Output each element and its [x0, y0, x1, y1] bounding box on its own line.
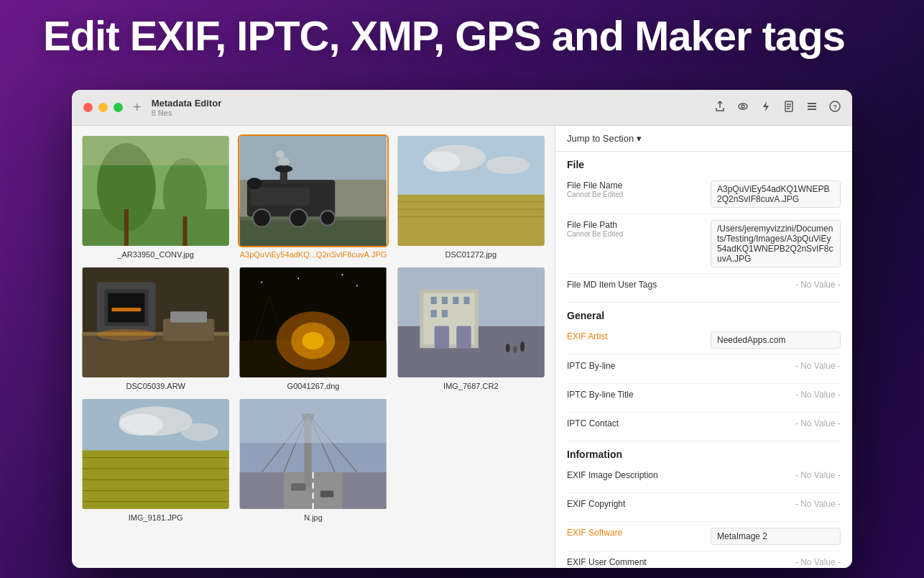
svg-point-31 [275, 165, 292, 173]
title-bar: + Metadata Editor 8 files [72, 90, 852, 126]
app-window: + Metadata Editor 8 files [72, 90, 852, 568]
svg-text:?: ? [833, 104, 838, 111]
file-grid: _AR33950_CONV.jpg [80, 134, 546, 522]
meta-row: IPTC By-line Title - No Value - [567, 384, 841, 413]
window-subtitle: 8 files [152, 109, 222, 117]
share-icon[interactable] [714, 101, 726, 115]
section-header-file: File [567, 152, 841, 175]
list-item[interactable]: A3pQuViEy54adKQ...Q2nSvIF8cuvA.JPG [238, 134, 388, 259]
list-item[interactable]: G0041267.dng [238, 266, 388, 390]
meta-value[interactable]: - No Value - [711, 361, 841, 371]
svg-point-61 [262, 281, 263, 283]
file-name: DSC05039.ARW [126, 382, 185, 390]
meta-row: EXIF Software MetaImage 2 [567, 522, 841, 551]
svg-point-60 [302, 332, 325, 349]
svg-point-86 [181, 423, 218, 441]
meta-value[interactable]: MetaImage 2 [711, 528, 841, 545]
svg-point-63 [356, 285, 358, 286]
list-icon[interactable] [806, 101, 818, 115]
svg-rect-70 [434, 326, 448, 349]
list-item[interactable]: DSC01272.jpg [396, 134, 546, 259]
add-button[interactable]: + [133, 99, 142, 116]
svg-rect-79 [430, 310, 436, 317]
svg-point-39 [486, 157, 530, 174]
meta-value[interactable]: - No Value - [711, 499, 841, 509]
title-bar-info: Metadata Editor 8 files [152, 98, 222, 117]
svg-rect-104 [320, 490, 333, 497]
file-name: N.jpg [304, 513, 323, 522]
meta-label: File File Path Cannot Be Edited [567, 220, 711, 238]
file-name: _AR33950_CONV.jpg [117, 250, 194, 259]
meta-value[interactable]: - No Value - [711, 280, 841, 290]
traffic-light-yellow[interactable] [98, 103, 108, 112]
section-header-general: General [567, 303, 841, 326]
svg-rect-9 [808, 109, 816, 110]
svg-point-72 [505, 344, 509, 352]
svg-rect-71 [456, 326, 471, 349]
meta-value[interactable]: - No Value - [711, 418, 841, 428]
svg-point-32 [278, 157, 290, 166]
svg-point-27 [320, 211, 335, 225]
svg-rect-77 [453, 297, 458, 304]
svg-rect-103 [291, 483, 305, 490]
metadata-panel: Jump to Section ▾ File File File Name Ca… [555, 126, 852, 568]
meta-label: EXIF Copyright [567, 499, 711, 509]
help-icon[interactable]: ? [829, 101, 841, 115]
file-grid-panel: _AR33950_CONV.jpg [72, 126, 555, 568]
meta-row: EXIF User Comment - No Value - [567, 551, 841, 568]
svg-point-73 [512, 346, 517, 353]
svg-rect-17 [183, 216, 187, 246]
general-section: General EXIF Artist NeededApps.com IPTC … [555, 303, 852, 441]
svg-point-85 [119, 413, 163, 436]
svg-rect-52 [170, 311, 207, 322]
svg-rect-76 [442, 297, 448, 304]
jump-bar: Jump to Section ▾ [555, 126, 852, 152]
svg-point-38 [423, 151, 460, 172]
meta-value[interactable]: NeededApps.com [711, 331, 841, 349]
doc-icon[interactable] [783, 101, 795, 115]
meta-label: EXIF Image Description [567, 470, 711, 480]
meta-label: IPTC By-line [567, 361, 711, 371]
svg-rect-80 [442, 310, 448, 317]
svg-rect-7 [808, 103, 816, 104]
meta-row: EXIF Copyright - No Value - [567, 493, 841, 522]
svg-rect-18 [83, 136, 229, 165]
file-section: File File File Name Cannot Be Edited A3p… [555, 152, 852, 303]
meta-label: IPTC Contact [567, 418, 711, 428]
traffic-light-green[interactable] [114, 103, 123, 112]
traffic-lights [83, 103, 123, 112]
eye-icon[interactable] [737, 101, 749, 115]
svg-point-64 [342, 274, 343, 275]
meta-row: IPTC By-line - No Value - [567, 355, 841, 384]
file-name: A3pQuViEy54adKQ...Q2nSvIF8cuvA.JPG [240, 250, 387, 259]
meta-row: File File Path Cannot Be Edited /Users/j… [567, 214, 841, 274]
meta-value: /Users/jeremyvizzini/Documents/Testing/I… [711, 220, 841, 267]
svg-rect-102 [240, 399, 387, 443]
meta-value[interactable]: - No Value - [711, 390, 841, 400]
svg-point-1 [741, 105, 744, 108]
file-name: IMG_7687.CR2 [443, 382, 498, 390]
meta-value: A3pQuViEy54adKQ1WNEPB2Q2nSvIF8cuvA.JPG [711, 180, 841, 208]
list-item[interactable]: _AR33950_CONV.jpg [80, 134, 231, 259]
svg-rect-78 [463, 297, 469, 304]
meta-value[interactable]: - No Value - [711, 557, 841, 567]
meta-label: EXIF User Comment [567, 557, 711, 567]
meta-label: File File Name Cannot Be Edited [567, 180, 711, 198]
meta-label: EXIF Artist [567, 331, 711, 341]
svg-point-25 [253, 209, 270, 226]
svg-rect-48 [111, 308, 141, 311]
file-name: DSC01272.jpg [445, 250, 497, 259]
svg-rect-47 [108, 293, 144, 323]
meta-row: EXIF Artist NeededApps.com [567, 326, 841, 355]
list-item[interactable]: N.jpg [238, 398, 388, 522]
file-name: IMG_9181.JPG [129, 513, 183, 522]
svg-point-62 [298, 277, 300, 279]
jump-to-section-button[interactable]: Jump to Section ▾ [567, 133, 642, 144]
traffic-light-red[interactable] [83, 103, 93, 112]
list-item[interactable]: IMG_9181.JPG [80, 398, 231, 522]
list-item[interactable]: DSC05039.ARW [80, 266, 231, 390]
meta-value[interactable]: - No Value - [711, 470, 841, 480]
bolt-icon[interactable] [760, 101, 772, 115]
svg-marker-2 [763, 101, 769, 111]
list-item[interactable]: IMG_7687.CR2 [396, 266, 546, 390]
